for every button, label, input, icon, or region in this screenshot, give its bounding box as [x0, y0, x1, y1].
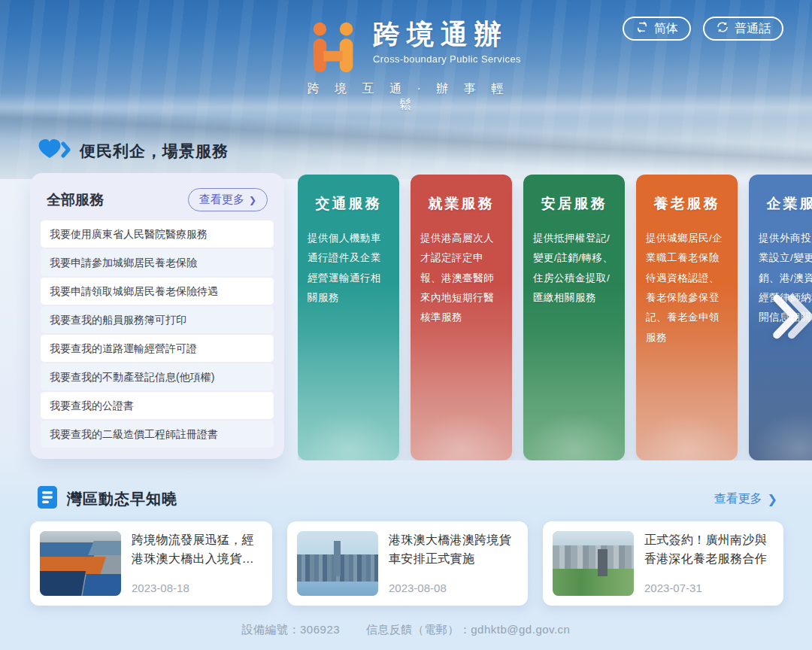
view-more-label: 查看更多 [199, 193, 244, 207]
chevron-right-icon: ❯ [768, 492, 777, 506]
card-description: 提供城鄉居民/企業職工養老保險待遇資格認證、養老保險參保登記、養老金申領服務 [646, 229, 728, 348]
news-card[interactable]: 正式簽約！廣州南沙與香港深化養老服務合作 2023-07-31 [543, 521, 783, 606]
news-date: 2023-08-08 [389, 582, 518, 596]
service-list-item[interactable]: 我要使用廣東省人民醫院醫療服務 [41, 220, 274, 248]
mandarin-button[interactable]: 普通話 [703, 17, 783, 41]
card-housing-services[interactable]: 安居服務 提供抵押權登記/變更/註銷/轉移、住房公積金提取/匯繳相關服務 [523, 175, 625, 460]
news-thumbnail-aerial-city [553, 531, 634, 596]
news-date: 2023-07-31 [644, 582, 774, 596]
card-description: 提供抵押權登記/變更/註銷/轉移、住房公積金提取/匯繳相關服務 [533, 229, 615, 308]
brand-text: 跨境通辦 Cross-boundary Public Services [373, 20, 521, 65]
all-services-title: 全部服務 [47, 190, 104, 210]
service-list-item[interactable]: 我要申請參加城鄉居民養老保險 [41, 249, 274, 276]
news-card[interactable]: 跨境物流發展迅猛，經港珠澳大橋出入境貨… 2023-08-18 [30, 521, 272, 606]
carousel-next-button[interactable] [771, 292, 812, 342]
news-title: 正式簽約！廣州南沙與香港深化養老服務合作 [644, 531, 774, 569]
brand-subtitle: Cross-boundary Public Services [373, 53, 521, 65]
news-thumbnail-trucks [40, 531, 121, 596]
news-section-title: 灣區動态早知曉 [67, 489, 177, 509]
thumbnail-art [598, 549, 607, 576]
card-title: 企業服務 [749, 194, 812, 214]
brand-title: 跨境通辦 [373, 20, 521, 50]
brand-tagline: 跨 境 互 通 · 辦 事 輕 鬆 [299, 81, 517, 113]
thumbnail-art [334, 541, 341, 576]
news-view-more-label: 查看更多 [714, 491, 762, 507]
news-card-body: 跨境物流發展迅猛，經港珠澳大橋出入境貨… 2023-08-18 [132, 531, 262, 596]
service-list-item[interactable]: 我要查我的公證書 [41, 392, 274, 419]
brand-logo-icon [304, 21, 362, 77]
service-list-item[interactable]: 我要查我的不動產登記信息(他項權) [41, 363, 274, 390]
footer: 設備編號：306923 信息反饋（電郵）：gdhktb@gd.gov.cn [0, 623, 812, 637]
news-thumbnail-skyline [297, 531, 378, 596]
scene-services-heading: 便民利企，場景服務 [38, 138, 229, 164]
language-cycle-icon [716, 20, 729, 37]
news-card-body: 正式簽約！廣州南沙與香港深化養老服務合作 2023-07-31 [644, 531, 774, 596]
card-description: 提供個人機動車通行證件及企業經營運輸通行相關服務 [308, 229, 389, 308]
thumbnail-art [40, 571, 85, 596]
card-title: 安居服務 [523, 194, 625, 214]
all-services-list: 我要使用廣東省人民醫院醫療服務 我要申請參加城鄉居民養老保險 我要申請領取城鄉居… [41, 220, 274, 448]
service-list-item[interactable]: 我要查我的道路運輸經營許可證 [41, 335, 274, 362]
news-view-more-link[interactable]: 查看更多 ❯ [710, 491, 782, 508]
thumbnail-art [297, 582, 378, 596]
all-services-header: 全部服務 查看更多 ❯ [41, 185, 274, 220]
card-eldercare-services[interactable]: 養老服務 提供城鄉居民/企業職工養老保險待遇資格認證、養老保險參保登記、養老金申… [636, 175, 738, 460]
service-list-item[interactable]: 我要查我的船員服務簿可打印 [41, 306, 274, 333]
news-title: 港珠澳大橋港澳跨境貨車安排正式實施 [389, 531, 518, 569]
thumbnail-art [553, 531, 634, 545]
thumbnail-art [83, 574, 121, 596]
device-id-text: 設備編號：306923 [242, 623, 341, 636]
thumbnail-art [553, 569, 634, 596]
all-services-view-more-button[interactable]: 查看更多 ❯ [188, 188, 268, 211]
language-swap-icon [635, 20, 649, 37]
thumbnail-art [88, 541, 121, 555]
double-chevron-right-icon [771, 333, 812, 344]
card-title: 就業服務 [411, 194, 512, 214]
mandarin-label: 普通話 [735, 21, 771, 37]
chevron-right-icon: ❯ [249, 196, 256, 205]
news-date: 2023-08-18 [132, 582, 262, 596]
card-title: 交通服務 [298, 194, 399, 214]
card-description: 提供港高層次人才認定評定申報、港澳臺醫師來內地短期行醫核準服務 [420, 229, 502, 328]
news-title: 跨境物流發展迅猛，經港珠澳大橋出入境貨… [132, 531, 262, 569]
thumbnail-art [553, 545, 634, 570]
brand: 跨境通辦 Cross-boundary Public Services [304, 20, 521, 77]
simplified-chinese-button[interactable]: 简体 [623, 17, 691, 41]
language-controls: 简体 普通話 [623, 17, 783, 41]
card-transport-services[interactable]: 交通服務 提供個人機動車通行證件及企業經營運輸通行相關服務 [298, 175, 399, 460]
card-title: 養老服務 [636, 194, 738, 214]
all-services-panel: 全部服務 查看更多 ❯ 我要使用廣東省人民醫院醫療服務 我要申請參加城鄉居民養老… [30, 173, 284, 459]
card-employment-services[interactable]: 就業服務 提供港高層次人才認定評定申報、港澳臺醫師來內地短期行醫核準服務 [411, 175, 512, 460]
service-list-item[interactable]: 我要查我的二級造價工程師註冊證書 [41, 421, 274, 448]
news-section-heading: 灣區動态早知曉 [38, 486, 177, 512]
simplified-chinese-label: 简体 [654, 21, 678, 37]
scene-services-title: 便民利企，場景服務 [80, 141, 229, 162]
news-card-list: 跨境物流發展迅猛，經港珠澳大橋出入境貨… 2023-08-18 港珠澳大橋港澳跨… [30, 521, 783, 606]
feedback-email-text: 信息反饋（電郵）：gdhktb@gd.gov.cn [366, 623, 571, 636]
news-card[interactable]: 港珠澳大橋港澳跨境貨車安排正式實施 2023-08-08 [287, 521, 528, 606]
news-card-body: 港珠澳大橋港澳跨境貨車安排正式實施 2023-08-08 [389, 531, 518, 596]
service-category-carousel: 交通服務 提供個人機動車通行證件及企業經營運輸通行相關服務 就業服務 提供港高層… [298, 175, 812, 460]
document-icon [38, 486, 57, 512]
service-list-item[interactable]: 我要申請領取城鄉居民養老保險待遇 [41, 278, 274, 305]
heart-icon [38, 138, 71, 164]
